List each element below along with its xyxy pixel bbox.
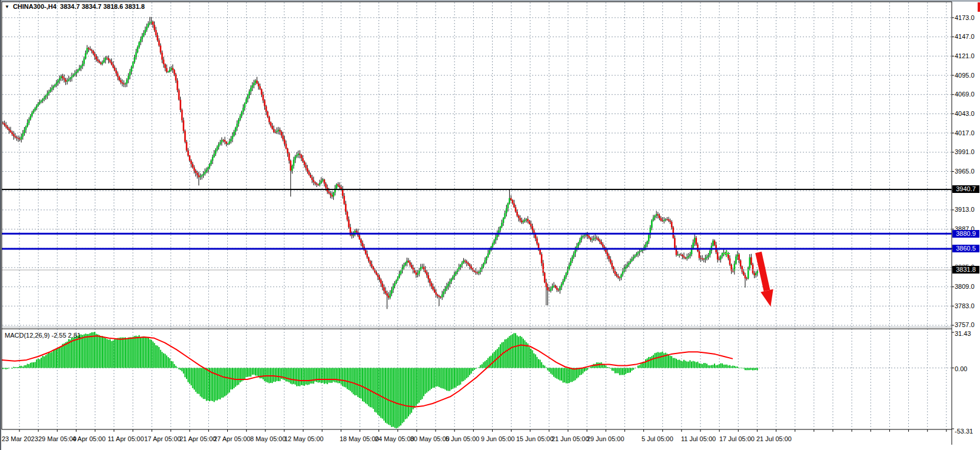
time-tick-label: 5 Jun 05:00: [446, 435, 480, 442]
time-tick-label: 5 Jul 05:00: [642, 435, 673, 442]
price-tick-label: 3913.0: [955, 206, 975, 213]
time-tick-label: 8 May 05:00: [250, 435, 286, 442]
price-tick-label: 3783.0: [955, 302, 975, 309]
time-tick-label: 17 Jul 05:00: [719, 435, 755, 442]
time-tick-label: 11 Apr 05:00: [108, 435, 144, 442]
time-tick-label: 29 Jun 05:00: [587, 435, 624, 442]
time-tick-label: 27 Apr 05:00: [214, 435, 250, 442]
time-tick-label: 18 May 05:00: [340, 435, 379, 442]
price-tick-label: 4173.0: [955, 14, 975, 21]
time-tick-label: 30 May 05:00: [410, 435, 450, 442]
price-tick-label: 4095.0: [955, 72, 975, 79]
chart-canvas[interactable]: [0, 0, 980, 450]
symbol-dropdown-icon[interactable]: ▼: [5, 4, 9, 9]
symbol-title: ▼CHINA300-,H4 3834.7 3834.7 3818.6 3831.…: [5, 3, 145, 10]
price-tick-label: 3809.0: [955, 283, 975, 290]
time-tick-label: 9 Jun 05:00: [481, 435, 515, 442]
price-tick-label: 4121.0: [955, 52, 975, 59]
chart-window: ▼CHINA300-,H4 3834.7 3834.7 3818.6 3831.…: [0, 0, 980, 450]
time-tick-label: 24 May 05:00: [375, 435, 414, 442]
macd-indicator-label: MACD(12,26,9) -2.55 2.81: [5, 332, 81, 339]
panel-frame: [2, 2, 952, 445]
price-badge-blue-bottom: 3860.5: [952, 245, 979, 252]
price-badge-black-line: 3940.7: [952, 185, 979, 193]
price-tick-label: 4017.0: [955, 129, 975, 136]
cutoff-red-button[interactable]: [978, 2, 980, 12]
macd-histogram: [2, 332, 758, 428]
price-tick-label: 3965.0: [955, 168, 975, 175]
price-badge-blue-top: 3880.9: [952, 230, 979, 238]
price-tick-label: 4069.0: [955, 91, 975, 98]
price-badge-last-price: 3831.8: [952, 266, 979, 274]
time-tick-label: 23 Mar 2023: [2, 435, 38, 442]
macd-scale-zero: 0.00: [955, 365, 967, 372]
time-tick-label: 21 Jul 05:00: [756, 435, 792, 442]
symbol-period-label: CHINA300-,H4: [13, 3, 57, 10]
time-tick-label: 29 Mar 05:00: [38, 435, 77, 442]
trend-arrow-annotation[interactable]: [759, 252, 773, 306]
macd-scale-max: 31.43: [955, 330, 971, 337]
time-tick-label: 11 Jul 05:00: [681, 435, 716, 442]
price-tick-label: 4147.0: [955, 33, 975, 40]
time-tick-label: 21 Apr 05:00: [180, 435, 216, 442]
candles: [2, 17, 758, 309]
price-tick-label: 3991.0: [955, 148, 975, 155]
time-tick-label: 4 Apr 05:00: [72, 435, 105, 442]
macd-scale-min: -53.31: [955, 428, 973, 435]
time-tick-label: 17 Apr 05:00: [144, 435, 181, 442]
time-tick-label: 12 May 05:00: [284, 435, 324, 442]
price-tick-label: 3757.0: [955, 321, 975, 328]
ohlc-readout: 3834.7 3834.7 3818.6 3831.8: [60, 3, 145, 10]
time-tick-label: 15 Jun 05:00: [516, 435, 554, 442]
price-tick-label: 4043.0: [955, 110, 975, 117]
time-tick-label: 21 Jun 05:00: [552, 435, 589, 442]
